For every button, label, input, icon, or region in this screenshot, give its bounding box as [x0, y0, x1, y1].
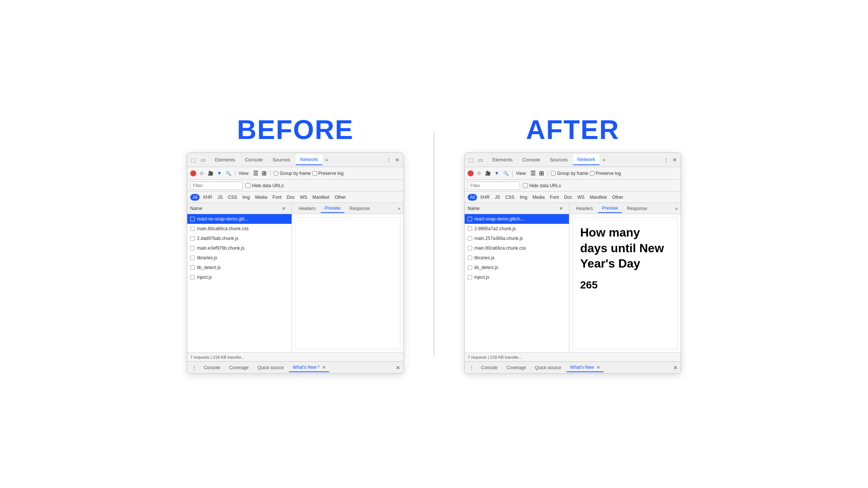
tab-sources-before[interactable]: Sources [268, 155, 295, 165]
tab-more-before[interactable]: » [323, 155, 330, 164]
type-manifest-before[interactable]: Manifest [310, 194, 332, 201]
file-item-4-after[interactable]: libraries.js [465, 253, 569, 263]
before-bottom-quicksource[interactable]: Quick source [254, 364, 287, 372]
before-bottom-whatsnew[interactable]: What's New * ✕ [289, 363, 329, 372]
view-list-after[interactable]: ☰ [530, 170, 536, 177]
filter-button-after[interactable]: ▼ [493, 170, 501, 177]
before-file-list-close[interactable]: ✕ [282, 206, 286, 211]
file-item-3-before[interactable]: main.e3ef976b.chunk.js [187, 243, 292, 253]
tab-elements-before[interactable]: Elements [210, 155, 240, 165]
type-xhr-before[interactable]: XHR [200, 194, 214, 201]
type-all-before[interactable]: All [190, 194, 200, 201]
after-bottom-close[interactable]: ✕ [673, 365, 678, 371]
type-ws-before[interactable]: WS [298, 194, 309, 201]
tab-network-after[interactable]: Network [573, 154, 600, 165]
file-item-5-after[interactable]: lib_detect.js [465, 263, 569, 272]
type-css-before[interactable]: CSS [226, 194, 240, 201]
search-button-before[interactable]: 🔍 [225, 170, 232, 177]
preserve-log-before[interactable]: Preserve log [313, 171, 344, 176]
type-font-before[interactable]: Font [270, 194, 284, 201]
file-item-6-before[interactable]: inject.js [187, 272, 292, 282]
view-list-before[interactable]: ☰ [252, 170, 259, 177]
file-item-0-after[interactable]: react-snap-demo.glitch.... [465, 214, 569, 224]
devtools-device-icon[interactable]: ▭ [199, 156, 207, 164]
type-doc-before[interactable]: Doc [284, 194, 297, 201]
type-css-after[interactable]: CSS [503, 194, 517, 201]
hide-data-urls-after[interactable]: Hide data URLs [523, 183, 561, 188]
after-bottom-whatsnew[interactable]: What's New ✕ [566, 363, 604, 372]
type-all-after[interactable]: All [468, 194, 477, 201]
file-item-2-before[interactable]: 2.dad97bab.chunk.js [187, 234, 292, 243]
before-bottom-coverage[interactable]: Coverage [225, 364, 252, 372]
devtools-cursor-icon[interactable]: ⬚ [190, 156, 197, 164]
type-img-after[interactable]: Img [517, 194, 529, 201]
file-item-1-after[interactable]: 2.9895a7a2.chunk.js [465, 224, 569, 234]
screenshot-button-before[interactable]: 🎥 [207, 170, 214, 177]
group-by-frame-before[interactable]: Group by frame [274, 171, 311, 176]
tab-sources-after[interactable]: Sources [545, 155, 572, 165]
file-item-5-before[interactable]: lib_detect.js [187, 263, 292, 272]
filter-input-after[interactable] [468, 182, 520, 190]
before-bottom-menu[interactable]: ⋮ [190, 364, 198, 371]
file-item-4-before[interactable]: libraries.js [187, 253, 292, 263]
after-bottom-console[interactable]: Console [477, 364, 501, 372]
devtools-menu-before[interactable]: ⋮ [385, 155, 393, 164]
after-bottom-quicksource[interactable]: Quick source [531, 364, 565, 372]
tab-more-after[interactable]: » [600, 155, 607, 164]
after-bottom-coverage[interactable]: Coverage [503, 364, 530, 372]
tab-console-after[interactable]: Console [518, 155, 545, 165]
filter-input-before[interactable] [190, 182, 243, 190]
hide-data-urls-before[interactable]: Hide data URLs [246, 183, 284, 188]
filter-button-before[interactable]: ▼ [216, 170, 223, 177]
preview-tab-more-before[interactable]: » [398, 206, 400, 211]
stop-button-after[interactable]: ⊘ [475, 170, 483, 177]
before-bottom-close[interactable]: ✕ [396, 365, 400, 371]
after-bottom-x[interactable]: ✕ [597, 365, 600, 370]
before-bottom-console[interactable]: Console [200, 364, 224, 372]
devtools-menu-after[interactable]: ⋮ [662, 155, 670, 164]
preview-tab-preview-before[interactable]: Preview [321, 204, 344, 213]
file-item-3-after[interactable]: main.80ca66ca.chunk.css [465, 243, 569, 253]
type-media-before[interactable]: Media [253, 194, 270, 201]
record-button-before[interactable] [190, 170, 196, 176]
preview-tab-response-after[interactable]: Response [623, 204, 651, 213]
type-js-before[interactable]: JS [215, 194, 225, 201]
tab-console-before[interactable]: Console [240, 155, 267, 165]
devtools-close-after[interactable]: ✕ [671, 155, 678, 164]
view-tree-after[interactable]: ⊞ [538, 170, 545, 177]
preserve-log-after[interactable]: Preserve log [590, 171, 621, 176]
screenshot-button-after[interactable]: 🎥 [484, 170, 492, 177]
before-bottom-x[interactable]: ✕ [322, 365, 326, 370]
preview-tab-more-after[interactable]: » [675, 206, 678, 211]
preview-tab-preview-after[interactable]: Preview [598, 204, 622, 213]
file-item-2-after[interactable]: main.257a366a.chunk.js [465, 234, 569, 243]
record-button-after[interactable] [468, 170, 474, 176]
type-js-after[interactable]: JS [493, 194, 502, 201]
type-other-after[interactable]: Other [610, 194, 625, 201]
group-by-frame-after[interactable]: Group by frame [551, 171, 588, 176]
type-media-after[interactable]: Media [530, 194, 547, 201]
type-doc-after[interactable]: Doc [562, 194, 574, 201]
type-font-after[interactable]: Font [548, 194, 561, 201]
preview-tab-headers-after[interactable]: Headers [572, 204, 597, 213]
file-item-0-before[interactable]: react-no-snap-demo.glit... [187, 214, 292, 224]
stop-button-before[interactable]: ⊘ [198, 170, 205, 177]
preview-tab-headers-before[interactable]: Headers [295, 204, 319, 213]
search-button-after[interactable]: 🔍 [502, 170, 510, 177]
type-img-before[interactable]: Img [240, 194, 252, 201]
type-ws-after[interactable]: WS [575, 194, 587, 201]
type-xhr-after[interactable]: XHR [478, 194, 492, 201]
file-item-1-before[interactable]: main.80ca66ca.chunk.css [187, 224, 292, 234]
type-other-before[interactable]: Other [332, 194, 348, 201]
tab-elements-after[interactable]: Elements [488, 155, 517, 165]
devtools-close-before[interactable]: ✕ [394, 155, 401, 164]
file-item-6-after[interactable]: inject.js [465, 272, 569, 282]
after-file-list-close[interactable]: ✕ [559, 206, 563, 211]
after-bottom-menu[interactable]: ⋮ [468, 364, 476, 371]
devtools-device-icon-after[interactable]: ▭ [477, 156, 484, 164]
preview-tab-response-before[interactable]: Response [346, 204, 373, 213]
view-tree-before[interactable]: ⊞ [261, 170, 267, 177]
devtools-cursor-icon-after[interactable]: ⬚ [467, 156, 474, 164]
type-manifest-after[interactable]: Manifest [588, 194, 609, 201]
tab-network-before[interactable]: Network [296, 154, 323, 165]
